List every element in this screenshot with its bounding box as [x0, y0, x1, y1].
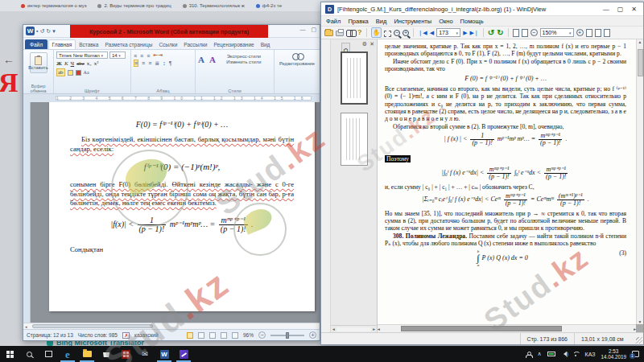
windjview-titlebar[interactable]: D [Fihtengolc_G.M.]_Kurs_differencialnog… [321, 2, 643, 16]
numbered-list-icon[interactable]: ≡ [140, 53, 143, 59]
undo-icon[interactable]: ↺ [39, 28, 44, 35]
scroll-down-icon[interactable]: ▾ [639, 319, 642, 324]
change-case-button[interactable]: Aa [84, 70, 89, 75]
italic-button[interactable]: К [64, 60, 68, 67]
taskbar-store[interactable] [97, 346, 116, 362]
editing-dropdown[interactable]: Редактирование [277, 61, 317, 67]
multilevel-list-icon[interactable]: ≡ [147, 53, 150, 59]
indent-icon[interactable]: ⇤⇥ [153, 52, 163, 59]
scroll-left-icon[interactable]: ◂ [332, 327, 335, 331]
windjview-close-button[interactable]: ✕ [631, 6, 637, 13]
scroll-left-icon[interactable]: ◂ [23, 324, 29, 329]
underline-button[interactable]: Ч [71, 60, 75, 67]
tab-view[interactable]: Вид [258, 40, 273, 49]
open-icon[interactable] [324, 30, 333, 36]
scroll-thumb[interactable] [401, 326, 562, 331]
help-icon[interactable]: ? [357, 28, 362, 37]
find-icon[interactable] [346, 30, 355, 36]
taskbar-windjview[interactable] [174, 346, 193, 362]
task-view-button[interactable] [39, 346, 58, 362]
strikethrough-button[interactable]: abc [76, 60, 85, 67]
zoom-combo[interactable]: 150%▾ [540, 28, 574, 37]
select-rect-icon[interactable] [384, 31, 391, 37]
scroll-right-icon[interactable]: ▸ [634, 327, 636, 331]
zoom-out-button[interactable]: − [258, 331, 266, 339]
horizontal-scrollbar[interactable]: ◂ ▸ [378, 324, 636, 332]
last-page-icon[interactable]: ▶❘ [470, 30, 479, 36]
word-page[interactable]: F(0) = f⁽ᵖ⁻¹⁾(0) + f⁽ᵖ⁾(0) + … Біз көрге… [49, 102, 315, 311]
redo-icon[interactable]: ↻ [46, 28, 51, 35]
fit-page-icon[interactable] [586, 29, 592, 37]
first-page-icon[interactable]: ❘◀ [418, 30, 427, 36]
windjview-minimize-button[interactable]: — [603, 6, 609, 13]
word-document-area[interactable]: F(0) = f⁽ᵖ⁻¹⁾(0) + f⁽ᵖ⁾(0) + … Біз көрге… [23, 102, 320, 323]
print-icon[interactable] [336, 31, 344, 36]
menu-tools[interactable]: Инструменты [394, 18, 431, 25]
panel-close-icon[interactable]: ✕ [369, 41, 374, 47]
prev-page-icon[interactable]: ◀ [430, 30, 434, 36]
fit-width-icon[interactable] [595, 29, 601, 37]
tab-insert[interactable]: Вставка [76, 40, 101, 49]
word-count[interactable]: Число слов: 985 [78, 332, 118, 338]
align-center-icon[interactable]: ≡ [142, 60, 145, 66]
zoom-out-icon[interactable]: − [394, 30, 400, 36]
word-titlebar[interactable]: W ▪ ↺ ↻ ▾ Курсовой 2 - Microsoft Word (С… [23, 25, 320, 38]
browser-tab[interactable]: интер терминалогия о муз [21, 3, 86, 8]
font-color-icon[interactable] [76, 70, 81, 76]
tab-review[interactable]: Рецензирование [211, 40, 257, 49]
align-right-icon[interactable]: ≡ [148, 60, 151, 66]
paste-button[interactable]: Вставить [30, 52, 47, 73]
tab-file[interactable]: Файл [25, 39, 47, 49]
scroll-right-icon[interactable]: ▸ [373, 327, 375, 331]
tray-expand-icon[interactable]: ∧ [537, 351, 541, 357]
qat-dropdown-icon[interactable]: ▾ [52, 28, 56, 35]
highlight-color-button[interactable]: ab [56, 68, 65, 76]
zoom-in-button[interactable]: + [309, 331, 316, 339]
browser-tab[interactable]: 310. Терминологиялык ж [183, 3, 245, 8]
windjview-maximize-button[interactable]: ▢ [617, 6, 624, 13]
menu-view[interactable]: Вид [376, 18, 387, 25]
pan-tool-icon[interactable]: ✋ [371, 27, 382, 38]
page-indicator[interactable]: Страница: 12 из 13 [27, 332, 73, 338]
font-size-combo[interactable]: 14 ▾ [109, 51, 126, 59]
draft-view-icon[interactable] [232, 332, 238, 339]
clock[interactable]: 2:5314.04.2019 [601, 348, 626, 360]
start-button[interactable] [0, 346, 19, 362]
zoom-increase-button[interactable]: + [576, 29, 584, 36]
tab-references[interactable]: Ссылки [156, 40, 180, 49]
bullet-list-icon[interactable]: ≡ [134, 53, 137, 59]
scroll-thumb[interactable] [638, 49, 643, 76]
style-letter-icon[interactable]: А [198, 55, 204, 64]
panel-settings-icon[interactable]: ⚙ [362, 41, 367, 47]
taskbar-explorer[interactable] [77, 346, 97, 362]
fullscreen-view-icon[interactable] [198, 332, 204, 339]
facing-pages-icon[interactable] [522, 29, 528, 37]
page-thumbnail[interactable] [341, 51, 368, 105]
scroll-thumb[interactable] [32, 324, 153, 328]
fit-height-icon[interactable] [604, 29, 610, 37]
quick-styles-button[interactable]: Экспресс-стили Изменить стили [221, 54, 267, 64]
thumbnails-scrollbar[interactable]: ◂ ▸ [331, 325, 377, 332]
next-page-icon[interactable]: ▶ [463, 30, 467, 36]
print-layout-view-icon[interactable] [187, 332, 193, 339]
tab-page-layout[interactable]: Разметка страницы [102, 40, 155, 49]
rotate-left-icon[interactable]: ↺ [488, 29, 494, 37]
menu-file[interactable]: Файл [326, 18, 341, 25]
zoom-percent[interactable]: 96% [243, 332, 254, 338]
taskbar-mail[interactable]: ✉ [135, 346, 155, 362]
word-app-icon[interactable]: W [26, 27, 35, 35]
people-icon[interactable] [526, 352, 531, 357]
spellcheck-icon[interactable] [122, 332, 130, 339]
document-view[interactable]: целые значения, кратные p. Так как при x… [378, 39, 643, 332]
taskbar-edge[interactable]: e [58, 346, 77, 362]
scroll-left-icon[interactable]: ◂ [378, 327, 380, 331]
find-icon[interactable] [292, 53, 302, 60]
zoom-decrease-button[interactable]: − [530, 29, 538, 36]
subscript-button[interactable]: x₂ [87, 60, 92, 67]
browser-tab[interactable]: 2. Виды терминов про традиц [97, 3, 171, 8]
page-thumbnail[interactable] [341, 113, 368, 166]
style-letter-icon[interactable]: А [209, 55, 216, 64]
menu-help[interactable]: Помощь [460, 18, 484, 25]
zoom-slider-thumb[interactable] [286, 332, 289, 339]
scroll-up-icon[interactable]: ▴ [639, 39, 642, 44]
